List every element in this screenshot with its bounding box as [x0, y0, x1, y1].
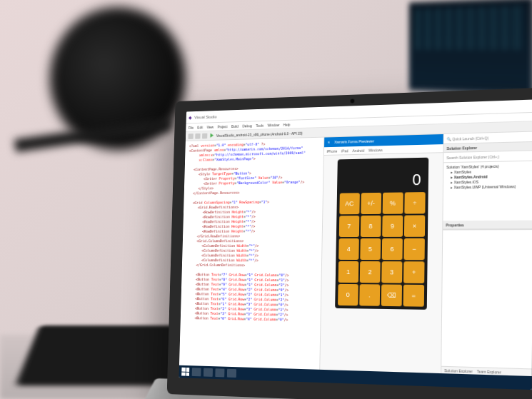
solution-tree[interactable]: Solution 'XamStyles' (4 projects) ▸ XamS…: [443, 161, 532, 221]
calc-key-⌫[interactable]: ⌫: [381, 284, 402, 306]
search-icon: 🔍: [447, 136, 451, 141]
calc-key-=[interactable]: =: [403, 285, 424, 307]
taskbar-item[interactable]: [215, 368, 224, 377]
calculator-app: 0 AC+/-%÷789×456−123+0.⌫=: [335, 158, 428, 310]
code-editor[interactable]: <?xml version="1.0" encoding="utf-8" ?><…: [179, 138, 324, 370]
run-button[interactable]: [209, 133, 214, 138]
calc-key-+[interactable]: +: [403, 261, 424, 283]
calc-key-÷[interactable]: ÷: [404, 192, 425, 214]
menu-tools[interactable]: Tools: [256, 123, 264, 127]
platform-tab-windows[interactable]: Windows: [368, 148, 383, 152]
menu-window[interactable]: Window: [268, 123, 280, 127]
calculator-keypad: AC+/-%÷789×456−123+0.⌫=: [338, 192, 426, 307]
taskbar-item[interactable]: [227, 369, 236, 378]
menu-file[interactable]: File: [189, 125, 194, 129]
webcam: [351, 99, 355, 103]
calculator-display: 0: [340, 161, 426, 193]
toolbar-button[interactable]: [195, 133, 200, 138]
solution-search-placeholder: Search Solution Explorer (Ctrl+;): [446, 154, 499, 160]
right-panel: 🔍 Quick Launch (Ctrl+Q) Solution Explore…: [441, 132, 532, 376]
calc-key-0[interactable]: 0: [338, 284, 358, 305]
calc-key-4[interactable]: 4: [338, 238, 359, 260]
toolbar-button[interactable]: [188, 133, 193, 139]
photo-scene: ◆ Visual Studio FileEditViewProjectBuild…: [0, 0, 532, 399]
panel-tab[interactable]: Team Explorer: [477, 369, 501, 374]
calc-key-.[interactable]: .: [359, 284, 380, 306]
calc-key-9[interactable]: 9: [382, 216, 403, 237]
properties-panel: [441, 229, 532, 368]
panel-tab[interactable]: Solution Explorer: [444, 368, 472, 373]
taskbar-item[interactable]: [192, 368, 201, 376]
ide-title: Visual Studio: [194, 114, 216, 119]
calc-key-+/-[interactable]: +/-: [361, 193, 381, 214]
quick-launch-placeholder: Quick Launch (Ctrl+Q): [452, 136, 488, 141]
debug-target[interactable]: VisualStudio_android-23_x86_phone (Andro…: [216, 131, 303, 137]
phone-preview: 0 AC+/-%÷789×456−123+0.⌫=: [320, 153, 443, 373]
menu-edit[interactable]: Edit: [197, 125, 203, 129]
secondary-monitor: [409, 0, 532, 96]
calc-key-3[interactable]: 3: [381, 261, 402, 283]
calc-key-×[interactable]: ×: [404, 215, 425, 236]
menu-view[interactable]: View: [206, 125, 214, 129]
laptop: ◆ Visual Studio FileEditViewProjectBuild…: [167, 87, 532, 399]
platform-tab-android[interactable]: Android: [352, 148, 364, 152]
calc-key-2[interactable]: 2: [360, 261, 381, 283]
laptop-screen: ◆ Visual Studio FileEditViewProjectBuild…: [179, 100, 532, 390]
start-button[interactable]: [181, 368, 189, 376]
calc-key-5[interactable]: 5: [360, 238, 381, 260]
xamarin-icon: ⨳: [327, 140, 331, 144]
ide-workspace: <?xml version="1.0" encoding="utf-8" ?><…: [179, 132, 532, 376]
calc-key-7[interactable]: 7: [339, 216, 360, 237]
ide-logo-icon: ◆: [189, 115, 192, 120]
designer-pane: ⨳ Xamarin.Forms Previewer iPhoneiPadAndr…: [320, 134, 444, 373]
tree-node[interactable]: ▸ XamStyles.UWP (Universal Windows): [446, 184, 530, 191]
calc-key-%[interactable]: %: [383, 192, 403, 213]
calc-key-AC[interactable]: AC: [339, 193, 360, 214]
platform-tab-iphone[interactable]: iPhone: [326, 148, 337, 153]
menu-debug[interactable]: Debug: [242, 123, 252, 128]
calc-key-6[interactable]: 6: [382, 238, 403, 260]
menu-help[interactable]: Help: [283, 122, 291, 126]
calc-key-8[interactable]: 8: [361, 216, 381, 237]
menu-build[interactable]: Build: [231, 123, 239, 128]
taskbar-item[interactable]: [204, 368, 213, 377]
laptop-bezel: ◆ Visual Studio FileEditViewProjectBuild…: [167, 87, 532, 399]
calc-key-−[interactable]: −: [403, 238, 424, 260]
platform-tab-ipad[interactable]: iPad: [341, 148, 348, 153]
menu-project[interactable]: Project: [217, 124, 227, 128]
calc-key-1[interactable]: 1: [338, 261, 358, 283]
properties-header: Properties: [443, 221, 532, 230]
toolbar-button[interactable]: [202, 133, 207, 138]
device-label: Xamarin.Forms Previewer: [334, 139, 374, 144]
